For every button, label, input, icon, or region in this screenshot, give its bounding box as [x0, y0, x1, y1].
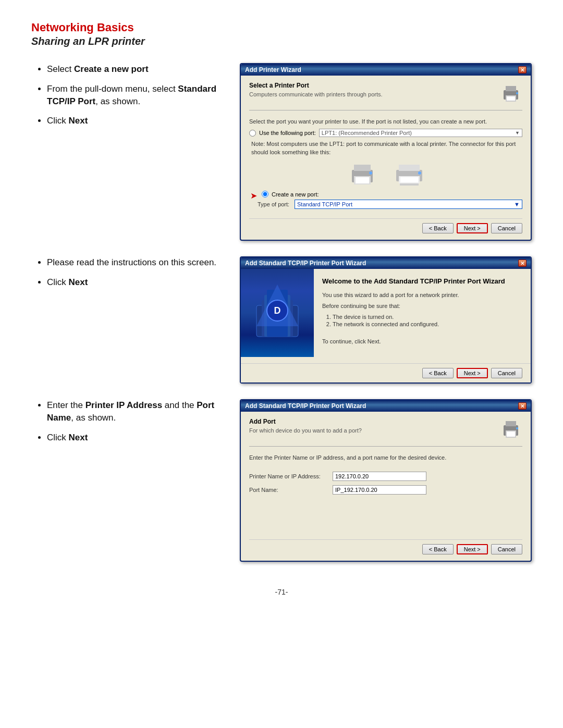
wizard-steps-list: The device is turned on. The network is …	[322, 314, 522, 327]
page-subtitle: Sharing an LPR printer	[31, 35, 532, 47]
svg-rect-3	[507, 96, 515, 101]
svg-point-4	[516, 92, 518, 94]
radio-create-new-port[interactable]	[262, 191, 268, 198]
section-3: Enter the Printer IP Address and the Por…	[31, 399, 532, 561]
port-dropdown[interactable]: LPT1: (Recommended Printer Port) ▼	[319, 129, 522, 137]
svg-rect-11	[399, 165, 420, 171]
dialog-1-back-button[interactable]: < Back	[422, 223, 454, 233]
wizard-step-2: The network is connected and configured.	[333, 321, 522, 327]
wizard-right-panel: Welcome to the Add Standard TCP/IP Print…	[314, 269, 531, 357]
dialog-add-printer-wizard: Add Printer Wizard ✕ Select a Printer Po…	[240, 63, 532, 241]
wizard-step-1: The device is turned on.	[333, 314, 522, 320]
dialog-1-header: Select a Printer Port	[249, 82, 494, 89]
dialog-3-titlebar: Add Standard TCP/IP Printer Port Wizard …	[241, 400, 531, 412]
page-number: -71-	[31, 588, 532, 596]
svg-rect-13	[400, 177, 418, 182]
wizard-intro: You use this wizard to add a port for a …	[322, 291, 522, 299]
dialog-1-buttons: < Back Next > Cancel	[249, 218, 522, 233]
create-new-port-label: Create a new port:	[272, 191, 319, 198]
dialog-add-tcpip-wizard: Add Standard TCP/IP Printer Port Wizard …	[240, 256, 532, 384]
printer-ip-label: Printer Name or IP Address:	[249, 473, 327, 479]
svg-point-9	[369, 171, 372, 175]
section-3-screenshot: Add Standard TCP/IP Printer Port Wizard …	[240, 399, 532, 561]
dialog-2-back-button[interactable]: < Back	[422, 368, 454, 378]
dialog-3-header: Add Port	[249, 418, 494, 425]
section-2-screenshot: Add Standard TCP/IP Printer Port Wizard …	[240, 256, 532, 384]
instruction-1-3: Click Next	[47, 115, 219, 127]
wizard-heading: Welcome to the Add Standard TCP/IP Print…	[322, 277, 522, 286]
wizard-layout: D Welcome to the Add Standard TCP/IP Pri…	[241, 269, 531, 357]
dialog-1-body1: Select the port you want your printer to…	[249, 118, 522, 126]
dialog-3-cancel-button[interactable]: Cancel	[491, 544, 522, 554]
instruction-1-2: From the pull-down menu, select Standard…	[47, 83, 219, 108]
svg-rect-24	[506, 421, 516, 426]
dialog-3-subheader: For which device do you want to add a po…	[249, 427, 494, 434]
section-2-instructions: Please read the instructions on this scr…	[31, 256, 229, 296]
svg-rect-8	[356, 177, 369, 183]
dialog-1-close[interactable]: ✕	[518, 66, 527, 73]
port-name-input[interactable]	[333, 485, 426, 495]
radio-use-following-port[interactable]	[249, 130, 256, 137]
dialog-2-cancel-button[interactable]: Cancel	[491, 368, 522, 378]
port-type-label: Type of port:	[258, 201, 291, 207]
svg-rect-26	[507, 431, 515, 437]
svg-rect-1	[506, 86, 516, 91]
dialog-1-titlebar: Add Printer Wizard ✕	[241, 64, 531, 76]
section-1-instructions: Select Create a new port From the pull-d…	[31, 63, 229, 134]
dialog-2-next-button[interactable]: Next >	[457, 368, 488, 378]
dialog-1-next-button[interactable]: Next >	[457, 223, 488, 233]
dialog-1-cancel-button[interactable]: Cancel	[491, 223, 522, 233]
instruction-2-1: Please read the instructions on this scr…	[47, 256, 219, 269]
section-3-instructions: Enter the Printer IP Address and the Por…	[31, 399, 229, 451]
wizard-footer: To continue, click Next.	[322, 338, 522, 346]
dialog-3-close[interactable]: ✕	[518, 402, 527, 410]
dialog-add-port: Add Standard TCP/IP Printer Port Wizard …	[240, 399, 532, 561]
wizard-before-label: Before continuing be sure that:	[322, 302, 522, 310]
printer-ip-row: Printer Name or IP Address:	[249, 472, 522, 481]
section-1: Select Create a new port From the pull-d…	[31, 63, 532, 241]
printer-icon-1	[499, 82, 522, 105]
port-type-dropdown[interactable]: Standard TCP/IP Port ▼	[295, 200, 522, 209]
page-title: Networking Basics	[31, 21, 532, 34]
instruction-2-2: Click Next	[47, 276, 219, 289]
instruction-3-1: Enter the Printer IP Address and the Por…	[47, 399, 219, 424]
instruction-3-2: Click Next	[47, 431, 219, 444]
dialog-3-buttons: < Back Next > Cancel	[249, 539, 522, 554]
port-name-row: Port Name:	[249, 485, 522, 495]
dialog-2-title: Add Standard TCP/IP Printer Port Wizard	[245, 260, 366, 267]
radio-use-following-port-label: Use the following port:	[259, 130, 316, 136]
red-arrow-icon: ➤	[250, 191, 257, 201]
wizard-left-panel: D	[241, 269, 314, 357]
printer-images	[249, 161, 522, 187]
dialog-3-title: Add Standard TCP/IP Printer Port Wizard	[245, 402, 366, 410]
dialog-3-back-button[interactable]: < Back	[422, 544, 454, 554]
svg-rect-6	[354, 165, 371, 171]
svg-point-27	[516, 427, 518, 429]
dialog-1-title: Add Printer Wizard	[245, 66, 301, 73]
printer-ip-input[interactable]	[333, 472, 426, 481]
section-2: Please read the instructions on this scr…	[31, 256, 532, 384]
svg-rect-15	[400, 183, 419, 186]
svg-text:D: D	[274, 305, 281, 316]
dialog-3-next-button[interactable]: Next >	[457, 544, 488, 554]
dialog-2-buttons: < Back Next > Cancel	[241, 363, 531, 382]
section-1-screenshot: Add Printer Wizard ✕ Select a Printer Po…	[240, 63, 532, 241]
dialog-2-titlebar: Add Standard TCP/IP Printer Port Wizard …	[241, 257, 531, 269]
dialog-1-note: Note: Most computers use the LPT1: port …	[249, 140, 522, 156]
printer-icon-3	[499, 418, 522, 441]
dialog-1-subheader: Computers communicate with printers thro…	[249, 91, 494, 97]
instruction-1-1: Select Create a new port	[47, 63, 219, 76]
dialog-3-body: Enter the Printer Name or IP address, an…	[249, 454, 522, 462]
port-name-label: Port Name:	[249, 487, 327, 493]
svg-point-14	[418, 171, 421, 175]
dialog-2-close[interactable]: ✕	[518, 260, 527, 267]
